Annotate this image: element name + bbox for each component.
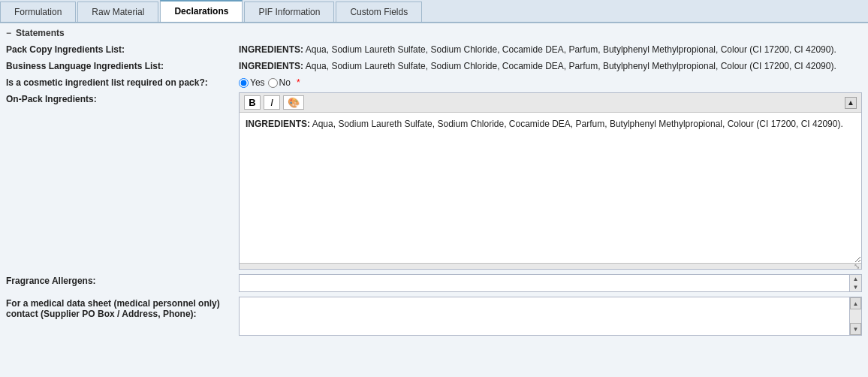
medical-scrollbar: ▲ ▼ bbox=[849, 297, 861, 335]
fragrance-spinbox: ▲ ▼ bbox=[239, 274, 862, 292]
cosmetic-yes-radio[interactable] bbox=[239, 78, 249, 88]
fragrance-allergens-label: Fragrance Allergens: bbox=[6, 274, 239, 288]
tab-raw-material[interactable]: Raw Material bbox=[77, 2, 158, 22]
business-language-row: Business Language Ingredients List: INGR… bbox=[6, 59, 862, 73]
section-header: − Statements bbox=[6, 28, 862, 38]
pack-copy-row: Pack Copy Ingredients List: INGREDIENTS:… bbox=[6, 43, 862, 56]
medical-textarea-wrapper: ▲ ▼ bbox=[239, 297, 862, 336]
resize-icon: ⤡ bbox=[854, 262, 860, 270]
cosmetic-yes-text: Yes bbox=[250, 77, 265, 88]
tab-custom-fields[interactable]: Custom Fields bbox=[336, 2, 422, 22]
pack-copy-value: INGREDIENTS: Aqua, Sodium Laureth Sulfat… bbox=[239, 43, 862, 56]
cosmetic-radio-group: Yes No * bbox=[239, 77, 862, 88]
business-language-text: Aqua, Sodium Laureth Sulfate, Sodium Chl… bbox=[303, 61, 836, 71]
tab-pif-information[interactable]: PIF Information bbox=[244, 2, 334, 22]
italic-button[interactable]: I bbox=[264, 95, 280, 110]
fragrance-allergens-input[interactable] bbox=[240, 275, 849, 291]
tab-formulation[interactable]: Formulation bbox=[0, 2, 76, 22]
bold-button[interactable]: B bbox=[244, 95, 261, 110]
business-language-label: Business Language Ingredients List: bbox=[6, 59, 239, 73]
onpack-prefix: INGREDIENTS: bbox=[246, 119, 310, 129]
tab-declarations[interactable]: Declarations bbox=[160, 0, 243, 22]
medical-data-row: For a medical data sheet (medical person… bbox=[6, 297, 862, 336]
onpack-label: On-Pack Ingredients: bbox=[6, 92, 239, 106]
cosmetic-yes-label[interactable]: Yes bbox=[239, 77, 265, 88]
required-star: * bbox=[297, 77, 300, 88]
pack-copy-label: Pack Copy Ingredients List: bbox=[6, 43, 239, 56]
medical-data-input-wrapper: ▲ ▼ bbox=[239, 297, 862, 336]
pack-copy-prefix: INGREDIENTS: bbox=[239, 44, 303, 55]
cosmetic-required-value: Yes No * bbox=[239, 76, 862, 89]
main-content: − Statements Pack Copy Ingredients List:… bbox=[0, 23, 868, 345]
cosmetic-no-label[interactable]: No bbox=[268, 77, 291, 88]
fragrance-allergens-row: Fragrance Allergens: ▲ ▼ bbox=[6, 274, 862, 292]
business-language-value: INGREDIENTS: Aqua, Sodium Laureth Sulfat… bbox=[239, 59, 862, 73]
medical-scroll-up[interactable]: ▲ bbox=[850, 297, 861, 309]
scroll-track bbox=[850, 309, 861, 323]
collapse-icon[interactable]: − bbox=[6, 28, 11, 38]
tabs-bar: Formulation Raw Material Declarations PI… bbox=[0, 0, 868, 23]
fragrance-allergens-input-wrapper: ▲ ▼ bbox=[239, 274, 862, 292]
fragrance-spinbox-arrows: ▲ ▼ bbox=[849, 275, 861, 291]
editor-wrapper: B I 🎨 ▲ INGREDIENTS: Aqua, Sodium Lauret… bbox=[239, 92, 862, 270]
cosmetic-no-radio[interactable] bbox=[268, 78, 278, 88]
medical-data-label: For a medical data sheet (medical person… bbox=[6, 297, 239, 321]
cosmetic-required-row: Is a cosmetic ingredient list required o… bbox=[6, 76, 862, 89]
medical-scroll-down[interactable]: ▼ bbox=[850, 323, 861, 335]
cosmetic-no-text: No bbox=[279, 77, 291, 88]
editor-resize-handle[interactable]: ⤡ bbox=[240, 263, 861, 269]
paint-button[interactable]: 🎨 bbox=[283, 95, 304, 110]
editor-body[interactable]: INGREDIENTS: Aqua, Sodium Laureth Sulfat… bbox=[240, 113, 861, 263]
cosmetic-required-label: Is a cosmetic ingredient list required o… bbox=[6, 76, 239, 89]
onpack-row: On-Pack Ingredients: B I 🎨 ▲ INGREDIENTS… bbox=[6, 92, 862, 270]
fragrance-spinbox-up[interactable]: ▲ bbox=[850, 275, 861, 283]
fragrance-spinbox-down[interactable]: ▼ bbox=[850, 283, 861, 291]
editor-scroll-up[interactable]: ▲ bbox=[845, 97, 857, 109]
pack-copy-text: Aqua, Sodium Laureth Sulfate, Sodium Chl… bbox=[303, 44, 836, 55]
medical-data-textarea[interactable] bbox=[240, 297, 849, 335]
editor-toolbar: B I 🎨 ▲ bbox=[240, 93, 861, 113]
business-language-prefix: INGREDIENTS: bbox=[239, 61, 303, 71]
section-title: Statements bbox=[16, 28, 65, 38]
onpack-content: Aqua, Sodium Laureth Sulfate, Sodium Chl… bbox=[310, 119, 843, 129]
